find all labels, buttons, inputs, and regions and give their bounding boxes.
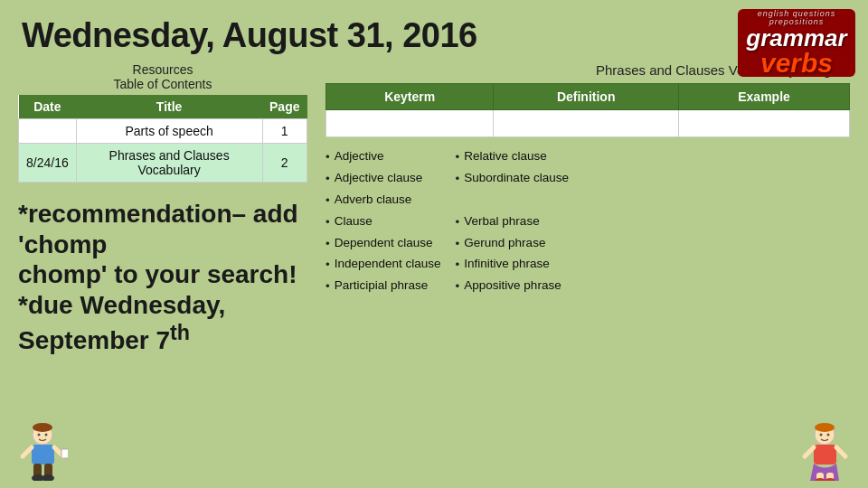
svg-line-5 bbox=[23, 447, 32, 456]
svg-rect-4 bbox=[32, 445, 54, 465]
bullet-subordinate-clause: •Subordinate clause bbox=[456, 170, 569, 188]
bullet-infinitive-phrase: •Infinitive phrase bbox=[456, 256, 569, 274]
bullet-adjective: •Adjective bbox=[326, 148, 441, 166]
bullet-col-right: •Relative clause •Subordinate clause •Su… bbox=[456, 148, 569, 296]
grammar-badge: english questions prepositions grammar v… bbox=[738, 9, 855, 77]
toc-label: Table of Contents bbox=[18, 77, 307, 91]
toc-title-1: Parts of speech bbox=[76, 119, 262, 144]
kid-right-figure bbox=[800, 422, 850, 481]
svg-point-3 bbox=[45, 434, 48, 436]
vocab-example-cell bbox=[679, 110, 850, 137]
vocab-col-definition: Definition bbox=[494, 84, 679, 110]
toc-col-page: Page bbox=[262, 95, 307, 119]
toc-row-2: 8/24/16 Phrases and Clauses Vocabulary 2 bbox=[19, 144, 307, 183]
svg-rect-16 bbox=[814, 445, 836, 465]
bullet-adjective-clause: •Adjective clause bbox=[326, 170, 441, 188]
badge-main-word: grammar bbox=[746, 24, 846, 52]
toc-page-2: 2 bbox=[262, 144, 307, 183]
due-line: *due Wednesday, September 7th bbox=[18, 291, 225, 354]
svg-point-15 bbox=[827, 434, 830, 436]
toc-col-title: Title bbox=[76, 95, 262, 119]
left-column: Resources Table of Contents Date Title P… bbox=[18, 62, 307, 355]
kid-left-figure bbox=[18, 422, 68, 481]
toc-col-date: Date bbox=[19, 95, 77, 119]
vocab-col-keyterm: Keyterm bbox=[326, 84, 494, 110]
svg-line-18 bbox=[836, 447, 845, 456]
vocab-col-example: Example bbox=[679, 84, 850, 110]
toc-title-2: Phrases and Clauses Vocabulary bbox=[76, 144, 262, 183]
toc-table: Date Title Page Parts of speech 1 8/24/1… bbox=[18, 95, 307, 183]
bullet-independent-clause: •Independent clause bbox=[326, 256, 441, 274]
vocab-empty-row bbox=[326, 110, 850, 137]
recommendation-block: *recommendation– add 'chomp chomp' to yo… bbox=[18, 192, 307, 355]
toc-row-1: Parts of speech 1 bbox=[19, 119, 307, 144]
badge-accent-word: verbs bbox=[738, 50, 855, 77]
vocab-table: Keyterm Definition Example bbox=[326, 83, 850, 137]
svg-point-2 bbox=[38, 434, 41, 436]
right-column: Phrases and Clauses Vocabulary– Page 2 K… bbox=[326, 62, 850, 355]
recommendation-line2: chomp' to your search! bbox=[18, 260, 297, 288]
bullet-columns: •Adjective •Adjective clause •Adverb cla… bbox=[326, 148, 850, 296]
bullet-adverb-clause: •Adverb clause bbox=[326, 192, 441, 210]
recommendation-line1: *recommendation– add 'chomp bbox=[18, 200, 298, 258]
svg-point-13 bbox=[815, 423, 835, 432]
svg-point-1 bbox=[33, 423, 52, 432]
badge-small-words: english questions prepositions bbox=[738, 10, 855, 26]
resources-label: Resources bbox=[18, 62, 307, 77]
bullet-gerund-phrase: •Gerund phrase bbox=[456, 235, 569, 253]
bullet-appositive-phrase: •Appositive phrase bbox=[456, 277, 569, 296]
toc-page-1: 1 bbox=[262, 119, 307, 144]
bullet-verbal-phrase: •Verbal phrase bbox=[456, 213, 569, 231]
bullet-blank: •Subordinate clause bbox=[456, 192, 569, 210]
bullet-clause: •Clause bbox=[326, 213, 441, 231]
vocab-keyterm-cell bbox=[326, 110, 494, 137]
bullet-relative-clause: •Relative clause bbox=[456, 148, 569, 166]
svg-point-14 bbox=[820, 434, 823, 436]
vocab-definition-cell bbox=[494, 110, 679, 137]
toc-date-1 bbox=[19, 119, 77, 144]
bullet-col-left: •Adjective •Adjective clause •Adverb cla… bbox=[326, 148, 441, 296]
svg-line-17 bbox=[805, 447, 814, 456]
bullet-dependent-clause: •Dependent clause bbox=[326, 235, 441, 253]
svg-rect-7 bbox=[61, 449, 68, 458]
bullet-participial-phrase: •Participial phrase bbox=[326, 277, 441, 296]
toc-date-2: 8/24/16 bbox=[19, 144, 77, 183]
